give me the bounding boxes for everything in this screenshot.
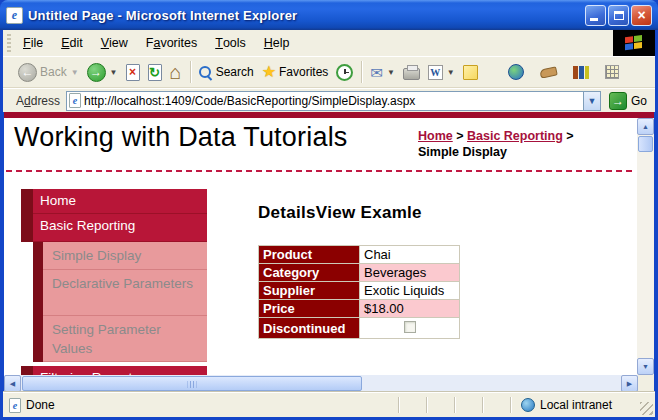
back-dropdown-icon[interactable]: ▼	[71, 68, 79, 77]
maximize-button[interactable]	[608, 5, 629, 26]
history-button[interactable]	[332, 62, 357, 83]
details-value-cell: Exotic Liquids	[360, 282, 460, 300]
menu-strip	[33, 242, 43, 270]
search-button[interactable]: Search	[195, 63, 258, 81]
sidebar-item-basic-reporting[interactable]: Basic Reporting	[21, 214, 207, 242]
sidebar-item-filtering-reports[interactable]: Filtering Reports	[21, 366, 207, 375]
resize-grip[interactable]	[640, 402, 653, 415]
search-icon	[199, 66, 211, 78]
mail-button[interactable]: ✉ ▼	[366, 63, 399, 82]
addon-shoe-icon	[539, 66, 557, 78]
toolbar-separator	[361, 61, 362, 83]
refresh-button[interactable]: ↻	[144, 62, 166, 83]
menu-edit[interactable]: Edit	[52, 30, 92, 56]
scroll-right-button[interactable]: ▶	[621, 375, 638, 392]
sidebar-menu: Home Basic Reporting Simple Display Decl…	[21, 189, 207, 375]
menu-tools[interactable]: Tools	[206, 30, 255, 56]
details-value-cell: Beverages	[360, 264, 460, 282]
stop-button[interactable]: ×	[122, 62, 144, 83]
back-button[interactable]: ← Back ▼	[14, 61, 83, 84]
menu-strip	[33, 316, 43, 362]
favorites-label: Favorites	[279, 65, 328, 79]
details-label-cell: Product	[259, 246, 360, 264]
forward-dropdown-icon[interactable]: ▼	[110, 68, 118, 77]
favorites-button[interactable]: ★ Favorites	[258, 62, 333, 82]
address-dropdown-button[interactable]: ▼	[583, 92, 600, 110]
go-label: Go	[631, 94, 647, 108]
addon-books-icon	[573, 66, 589, 79]
notes-button[interactable]	[459, 63, 482, 82]
word-icon: W	[428, 65, 443, 80]
window-title: Untitled Page - Microsoft Internet Explo…	[28, 8, 297, 23]
chevron-right-icon: ▶	[627, 380, 632, 388]
details-label-cell: Price	[259, 300, 360, 318]
content-heading: DetailsView Examle	[258, 203, 422, 223]
menu-bar-grip[interactable]	[7, 34, 11, 52]
addon-shoe-button[interactable]	[536, 66, 561, 79]
chevron-up-icon: ▲	[642, 123, 649, 130]
addon-books-button[interactable]	[569, 64, 593, 81]
menu-help[interactable]: Help	[255, 30, 299, 56]
home-icon: ⌂	[170, 62, 182, 82]
scroll-down-button[interactable]: ▼	[637, 358, 654, 375]
page-content: Working with Data Tutorials Home > Basic…	[4, 112, 654, 375]
mail-dropdown-icon[interactable]: ▼	[387, 68, 395, 77]
scroll-up-button[interactable]: ▲	[637, 118, 654, 135]
toolbar-separator	[190, 61, 191, 83]
close-button[interactable]: ×	[631, 5, 652, 26]
sidebar-item-home[interactable]: Home	[21, 189, 207, 214]
sidebar-item-setting-parameter-values[interactable]: Setting Parameter Values	[21, 316, 207, 362]
refresh-icon: ↻	[148, 64, 162, 81]
go-arrow-icon: →	[609, 92, 627, 110]
scroll-left-button[interactable]: ◀	[4, 375, 21, 392]
sidebar-item-simple-display[interactable]: Simple Display	[21, 242, 207, 270]
sidebar-item-label: Setting Parameter Values	[43, 316, 207, 362]
chevron-down-icon: ▼	[588, 96, 597, 106]
address-input[interactable]	[84, 93, 583, 109]
menu-strip	[21, 366, 33, 375]
search-label: Search	[216, 65, 254, 79]
vertical-scroll-thumb[interactable]	[638, 136, 653, 152]
menu-favorites[interactable]: Favorites	[137, 30, 206, 56]
minimize-button[interactable]	[585, 5, 606, 26]
addon-grid-button[interactable]	[601, 63, 623, 81]
windows-logo-icon	[613, 30, 655, 56]
breadcrumb-link-home[interactable]: Home	[418, 129, 453, 143]
breadcrumb-link-basic-reporting[interactable]: Basic Reporting	[467, 129, 563, 143]
sidebar-item-label: Filtering Reports	[33, 366, 207, 375]
sidebar-item-label: Home	[33, 189, 207, 214]
table-row: Supplier Exotic Liquids	[259, 282, 460, 300]
address-label: Address	[16, 94, 60, 108]
vertical-scrollbar[interactable]: ▲ ▼	[637, 118, 654, 375]
page-title: Working with Data Tutorials	[14, 122, 348, 153]
horizontal-scroll-thumb[interactable]	[22, 376, 362, 391]
menu-file[interactable]: File	[14, 30, 52, 56]
chevron-down-icon: ▼	[642, 363, 649, 370]
address-field: e ▼	[66, 91, 601, 111]
edit-dropdown-icon[interactable]: ▼	[447, 68, 455, 77]
zone-text: Local intranet	[540, 398, 612, 412]
edit-with-word-button[interactable]: W ▼	[424, 63, 459, 82]
addon-globe-icon	[508, 64, 524, 80]
maximize-icon	[614, 11, 624, 20]
details-value-cell	[360, 318, 460, 339]
toolbar: ← Back ▼ → ▼ × ↻ ⌂ Search ★ Favorites ✉ …	[3, 56, 655, 88]
addon-globe-button[interactable]	[504, 62, 528, 82]
go-button[interactable]: → Go	[601, 92, 655, 110]
details-label-cell: Discontinued	[259, 318, 360, 339]
horizontal-scrollbar[interactable]: ◀ ▶	[4, 375, 638, 392]
menu-bar: File Edit View Favorites Tools Help	[3, 30, 655, 56]
print-button[interactable]	[399, 63, 424, 82]
title-bar: e Untitled Page - Microsoft Internet Exp…	[0, 0, 658, 30]
dashed-divider	[6, 170, 632, 172]
menu-view[interactable]: View	[92, 30, 137, 56]
stop-icon: ×	[126, 64, 140, 81]
table-row: Category Beverages	[259, 264, 460, 282]
details-value-cell: Chai	[360, 246, 460, 264]
forward-button[interactable]: → ▼	[83, 61, 122, 84]
details-label-cell: Category	[259, 264, 360, 282]
home-button[interactable]: ⌂	[166, 60, 186, 84]
breadcrumb-separator: >	[456, 129, 463, 143]
sidebar-item-declarative-parameters[interactable]: Declarative Parameters	[21, 270, 207, 316]
discontinued-checkbox[interactable]	[404, 321, 416, 333]
